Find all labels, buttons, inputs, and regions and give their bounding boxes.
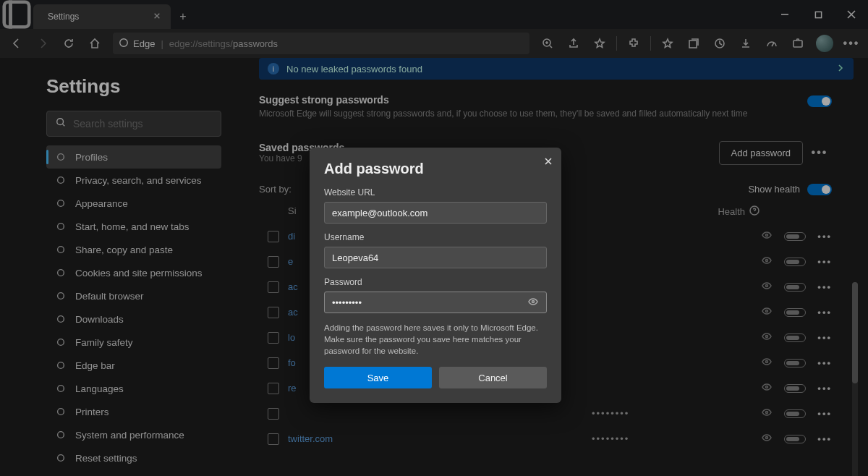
- username-field[interactable]: [324, 247, 547, 268]
- add-password-modal: Add password Website URL Username Passwo…: [310, 148, 561, 403]
- reveal-password-icon[interactable]: [527, 296, 539, 310]
- url-field[interactable]: [324, 202, 547, 224]
- modal-hint: Adding the password here saves it only t…: [324, 322, 547, 357]
- username-input[interactable]: [332, 252, 539, 263]
- modal-close-button[interactable]: [544, 156, 553, 168]
- password-label: Password: [324, 277, 547, 287]
- modal-title: Add password: [324, 161, 547, 177]
- cancel-button[interactable]: Cancel: [439, 367, 547, 388]
- username-label: Username: [324, 232, 547, 242]
- save-button[interactable]: Save: [324, 367, 432, 388]
- svg-point-37: [532, 300, 535, 302]
- url-label: Website URL: [324, 187, 547, 197]
- url-input[interactable]: [332, 208, 539, 218]
- password-input[interactable]: [332, 297, 527, 308]
- password-field[interactable]: [324, 292, 547, 313]
